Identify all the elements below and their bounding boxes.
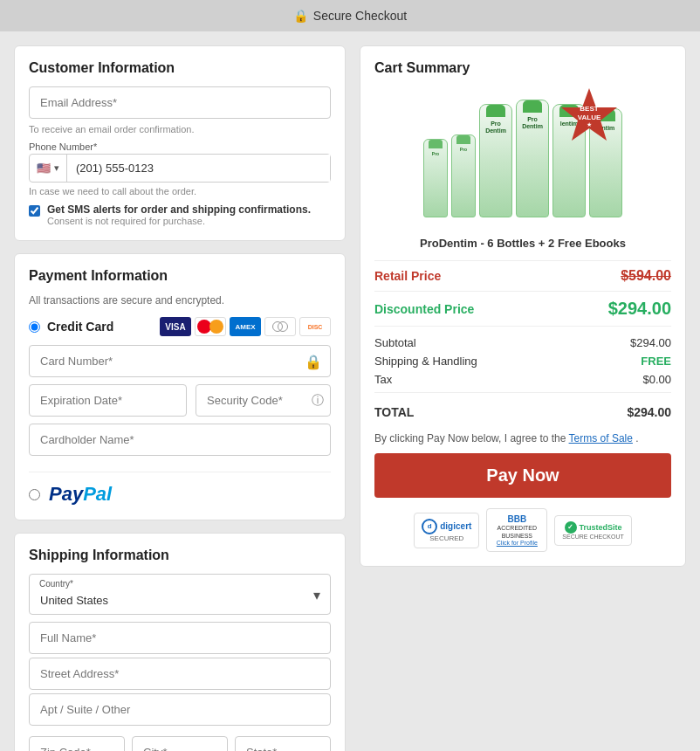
full-name-input[interactable] [29, 622, 331, 654]
paypal-radio[interactable] [29, 489, 40, 500]
country-wrapper: Country* United States Canada United Kin… [29, 574, 331, 615]
total-value: $294.00 [627, 405, 671, 419]
card-number-wrapper: 🔒 [29, 345, 331, 377]
credit-card-radio[interactable] [29, 321, 40, 333]
secure-checkout-header: 🔒 Secure Checkout [0, 0, 700, 31]
state-input[interactable] [235, 736, 331, 751]
retail-label: Retail Price [374, 269, 441, 283]
shipping-info-card: Shipping Information Country* United Sta… [14, 533, 346, 751]
phone-flag: 🇺🇸 ▾ [30, 155, 67, 182]
mastercard-icon [195, 317, 226, 336]
bottle-4: ProDentim [516, 100, 549, 217]
retail-price: $594.00 [621, 268, 671, 284]
svg-text:★: ★ [587, 121, 592, 127]
discount-price: $294.00 [608, 299, 671, 319]
card-lock-icon: 🔒 [305, 353, 322, 369]
bottle-1: Pro [423, 139, 448, 217]
svg-text:VALUE: VALUE [578, 114, 601, 121]
city-input[interactable] [132, 736, 228, 751]
cart-summary-panel: Cart Summary BEST VALUE ★ [360, 45, 686, 567]
tax-label: Tax [374, 373, 392, 386]
bottle-2: Pro [451, 134, 476, 217]
bottle-3: ProDentim [479, 104, 512, 217]
amex-icon: AMEX [230, 317, 261, 336]
sms-label: Get SMS alerts for order and shipping co… [47, 203, 311, 216]
cardholder-row [29, 424, 331, 459]
payment-info-title: Payment Information [29, 268, 331, 284]
paypal-logo: Pay Pal [49, 483, 112, 506]
best-value-badge: BEST VALUE ★ [559, 86, 619, 149]
tax-row: Tax $0.00 [374, 370, 671, 389]
digicert-badge: d digicert SECURED [414, 513, 479, 548]
phone-helper: In case we need to call about the order. [29, 186, 331, 196]
total-label: TOTAL [374, 405, 414, 419]
shipping-label: Shipping & Handling [374, 355, 477, 368]
left-panel: Customer Information To receive an email… [14, 45, 346, 751]
discount-label: Discounted Price [374, 302, 474, 316]
discover-icon: DISC [299, 317, 331, 336]
credit-card-label: Credit Card [47, 320, 113, 334]
payment-info-card: Payment Information All transactions are… [14, 253, 346, 520]
cart-summary-title: Cart Summary [374, 60, 671, 76]
trust-badges: d digicert SECURED BBB ACCREDITEDBUSINES… [374, 508, 671, 552]
subtotal-row: Subtotal $294.00 [374, 334, 671, 352]
terms-text: By clicking Pay Now below, I agree to th… [374, 432, 671, 444]
email-input[interactable] [29, 86, 331, 119]
header-title: Secure Checkout [313, 9, 407, 23]
zip-code-input[interactable] [29, 736, 125, 751]
subtotal-value: $294.00 [630, 336, 671, 349]
card-icons: VISA AMEX DISC [160, 317, 331, 336]
shipping-value: FREE [641, 355, 671, 368]
paypal-pal-text: Pal [83, 483, 112, 506]
security-info-icon[interactable]: ⓘ [312, 393, 324, 409]
card-number-input[interactable] [29, 345, 331, 377]
svg-text:BEST: BEST [580, 105, 598, 113]
product-image-wrapper: BEST VALUE ★ Pro Pro [374, 86, 671, 226]
diners-icon [264, 317, 296, 336]
phone-input[interactable] [67, 155, 330, 182]
paypal-row: Pay Pal [29, 472, 331, 506]
terms-of-sale-link[interactable]: Terms of Sale [569, 432, 633, 444]
street-address-input[interactable] [29, 658, 331, 690]
security-wrapper: ⓘ [196, 384, 331, 417]
expiration-input[interactable] [29, 384, 187, 417]
sms-checkbox-row: Get SMS alerts for order and shipping co… [29, 203, 331, 226]
cardholder-name-input[interactable] [29, 424, 331, 456]
trustedsite-badge: ✓ TrustedSite SECURE CHECKOUT [554, 515, 631, 546]
discount-price-row: Discounted Price $294.00 [374, 291, 671, 327]
email-helper: To receive an email order confirmation. [29, 124, 331, 134]
visa-icon: VISA [160, 317, 191, 336]
product-name: ProDentim - 6 Bottles + 2 Free Ebooks [374, 237, 671, 250]
exp-security-row: ⓘ [29, 384, 331, 417]
subtotal-label: Subtotal [374, 336, 416, 349]
shipping-info-title: Shipping Information [29, 548, 331, 563]
country-select[interactable]: United States Canada United Kingdom Aust… [29, 574, 331, 615]
retail-price-row: Retail Price $594.00 [374, 260, 671, 291]
credit-card-row: Credit Card VISA AMEX D [29, 317, 331, 336]
security-code-input[interactable] [196, 384, 331, 417]
bbb-badge: BBB ACCREDITEDBUSINESS Click for Profile [486, 508, 547, 552]
customer-info-card: Customer Information To receive an email… [14, 45, 346, 241]
lock-icon: 🔒 [293, 9, 308, 23]
customer-info-title: Customer Information [29, 60, 331, 76]
pay-now-button[interactable]: Pay Now [374, 453, 671, 498]
phone-label: Phone Number* [29, 141, 331, 152]
sms-checkbox[interactable] [29, 205, 40, 217]
zip-city-state-row [29, 736, 331, 751]
phone-wrapper: Phone Number* 🇺🇸 ▾ [29, 141, 331, 183]
country-label: Country* [39, 579, 73, 589]
shipping-row: Shipping & Handling FREE [374, 352, 671, 370]
sms-sub: Consent is not required for purchase. [47, 216, 311, 226]
total-row: TOTAL $294.00 [374, 400, 671, 422]
paypal-pay-text: Pay [49, 483, 83, 506]
payment-sub: All transactions are secure and encrypte… [29, 294, 331, 307]
tax-value: $0.00 [642, 373, 671, 386]
phone-row: 🇺🇸 ▾ [29, 154, 331, 183]
apt-input[interactable] [29, 693, 331, 726]
